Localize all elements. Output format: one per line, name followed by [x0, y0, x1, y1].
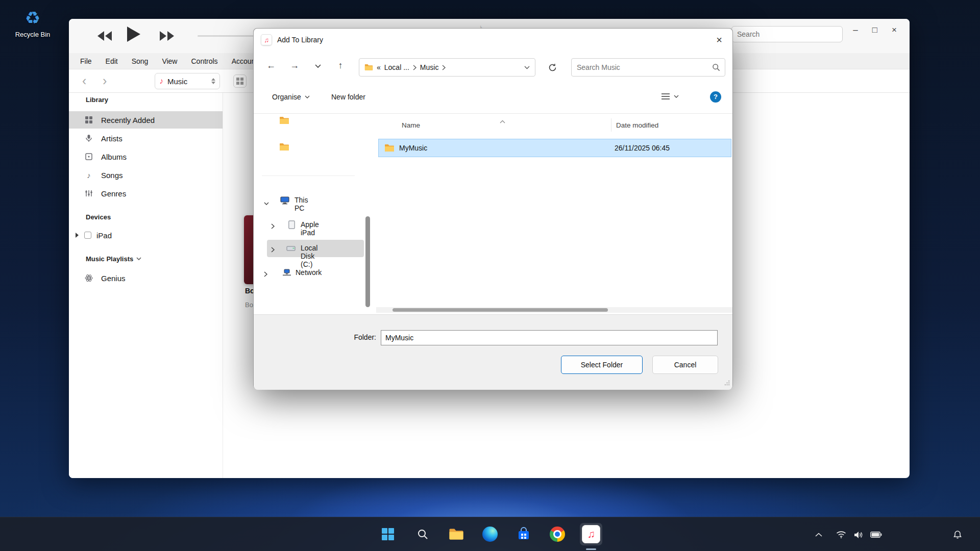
windows-logo-icon	[381, 528, 395, 541]
nav-up-button[interactable]: ↑	[331, 55, 350, 76]
help-button[interactable]: ?	[710, 91, 721, 103]
address-bar[interactable]: « Local ... Music	[359, 58, 535, 77]
notifications-button[interactable]	[949, 527, 966, 543]
device-checkbox[interactable]	[84, 232, 91, 239]
rewind-button[interactable]	[97, 31, 112, 43]
folder-icon[interactable]	[279, 116, 289, 127]
sidebar-item-artists[interactable]: Artists	[69, 130, 223, 147]
back-nav-icon[interactable]: ‹	[82, 72, 86, 89]
menu-edit[interactable]: Edit	[106, 57, 118, 65]
chevron-down-icon	[305, 95, 310, 98]
sidebar-item-label: Genres	[101, 189, 126, 198]
expand-chevron-icon[interactable]	[75, 231, 79, 240]
resize-grip[interactable]	[724, 379, 730, 388]
speaker-icon	[854, 531, 863, 539]
file-explorer-icon	[449, 528, 464, 540]
breadcrumb-chevron-icon[interactable]	[442, 65, 446, 70]
menu-controls[interactable]: Controls	[191, 57, 217, 65]
edge-icon	[482, 527, 498, 542]
taskbar-search-button[interactable]	[411, 523, 434, 545]
vertical-scrollbar[interactable]	[365, 216, 370, 307]
dialog-search-input[interactable]	[572, 59, 725, 76]
folder-icon[interactable]	[279, 143, 289, 153]
dialog-search-box	[571, 58, 725, 77]
tree-item-label: Apple iPad	[301, 220, 319, 237]
breadcrumb-item-local[interactable]: Local ...	[384, 63, 409, 71]
nav-history-dropdown[interactable]	[309, 55, 327, 76]
album-subtitle: Bo	[245, 301, 253, 309]
forward-nav-icon[interactable]: ›	[103, 72, 107, 89]
sidebar-item-label: Artists	[101, 134, 122, 143]
file-explorer-button[interactable]	[445, 523, 468, 545]
music-search-input[interactable]	[731, 26, 843, 42]
folder-field-label: Folder:	[310, 333, 376, 341]
grid-icon	[236, 78, 243, 85]
nav-back-button[interactable]: ←	[262, 55, 280, 76]
refresh-button[interactable]	[545, 60, 560, 75]
fast-forward-button[interactable]	[160, 31, 174, 43]
sidebar-item-label: Albums	[101, 153, 127, 161]
chevron-down-icon[interactable]	[264, 198, 269, 208]
chevron-right-icon[interactable]	[271, 222, 275, 231]
recently-added-icon	[84, 116, 93, 124]
sidebar-item-songs[interactable]: ♪ Songs	[69, 166, 223, 184]
close-button[interactable]: ×	[886, 22, 903, 38]
edge-button[interactable]	[479, 523, 501, 545]
chevron-down-icon	[674, 95, 679, 98]
chrome-button[interactable]	[546, 523, 569, 545]
search-icon	[416, 528, 429, 540]
albums-icon	[84, 153, 93, 161]
breadcrumb-chevron-icon[interactable]	[413, 65, 416, 70]
dialog-close-button[interactable]: ×	[709, 32, 729, 47]
chevron-right-icon[interactable]	[264, 270, 267, 279]
battery-button[interactable]	[868, 527, 884, 543]
tray-show-hidden-button[interactable]	[811, 527, 827, 543]
play-button[interactable]	[127, 27, 140, 44]
folder-name-input[interactable]	[381, 330, 718, 345]
organise-menu-button[interactable]: Organise	[272, 93, 310, 101]
menu-view[interactable]: View	[162, 57, 177, 65]
sidebar-heading-devices: Devices	[86, 213, 111, 221]
view-options-button[interactable]	[661, 93, 679, 100]
select-folder-button[interactable]: Select Folder	[561, 356, 643, 374]
volume-button[interactable]	[850, 527, 867, 543]
column-divider[interactable]	[611, 118, 611, 132]
grid-view-toggle[interactable]	[233, 74, 247, 88]
nav-forward-button[interactable]: →	[285, 55, 304, 76]
file-row-mymusic[interactable]: MyMusic 26/11/2025 06:45	[378, 139, 731, 157]
new-folder-button[interactable]: New folder	[331, 93, 365, 101]
sidebar-item-recently-added[interactable]: Recently Added	[69, 111, 223, 129]
chrome-icon	[550, 527, 565, 542]
music-note-icon: ♫	[264, 36, 269, 44]
sidebar-item-genres[interactable]: Genres	[69, 185, 223, 202]
microphone-icon	[84, 134, 93, 142]
chevron-right-icon[interactable]	[271, 245, 275, 255]
wifi-button[interactable]	[833, 527, 849, 543]
library-selector[interactable]: ♪ Music	[155, 73, 220, 89]
dialog-footer: Folder: Select Folder Cancel	[254, 314, 732, 390]
recycle-bin-shortcut[interactable]: ♻ Recycle Bin	[8, 5, 57, 38]
horizontal-scrollbar-track[interactable]	[376, 307, 732, 313]
minimize-button[interactable]: –	[847, 22, 864, 38]
sidebar-item-albums[interactable]: Albums	[69, 148, 223, 165]
maximize-button[interactable]: □	[866, 22, 884, 38]
sidebar-item-ipad[interactable]: iPad	[69, 227, 223, 244]
menu-song[interactable]: Song	[132, 57, 149, 65]
breadcrumb-collapse[interactable]: «	[377, 63, 381, 71]
column-header-name[interactable]: Name	[402, 121, 420, 129]
start-button[interactable]	[377, 523, 399, 545]
microsoft-store-button[interactable]	[512, 523, 535, 545]
music-app-taskbar-button[interactable]: ♫	[580, 523, 602, 545]
chevron-down-icon[interactable]	[136, 257, 141, 261]
sidebar-item-label: Genius	[101, 274, 126, 283]
dialog-titlebar[interactable]: ♫ Add To Library ×	[254, 29, 732, 51]
cancel-button[interactable]: Cancel	[652, 356, 718, 374]
search-icon[interactable]	[712, 63, 720, 73]
genius-atom-icon	[84, 274, 93, 282]
address-dropdown-icon[interactable]	[524, 66, 530, 69]
column-header-date-modified[interactable]: Date modified	[616, 121, 658, 129]
breadcrumb-item-music[interactable]: Music	[420, 63, 439, 71]
menu-file[interactable]: File	[80, 57, 92, 65]
sidebar-item-genius[interactable]: Genius	[69, 269, 223, 287]
horizontal-scrollbar-thumb[interactable]	[393, 308, 608, 312]
